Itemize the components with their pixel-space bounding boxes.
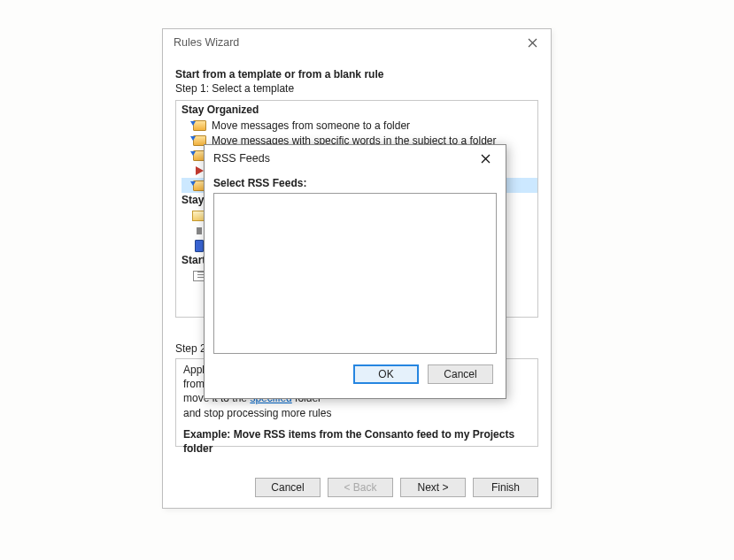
wizard-title: Rules Wizard [174, 36, 239, 49]
back-button: < Back [328, 478, 393, 497]
desc-line: and stop processing more rules [183, 406, 530, 420]
rss-body: Select RSS Feeds: OK Cancel [205, 172, 506, 384]
template-row[interactable]: Move messages from someone to a folder [182, 118, 537, 133]
template-label: Move messages from someone to a folder [212, 119, 410, 132]
close-icon[interactable] [470, 149, 500, 168]
example-text: Example: Move RSS items from the Consant… [183, 427, 530, 456]
ok-button[interactable]: OK [353, 364, 419, 384]
close-icon[interactable] [517, 33, 547, 52]
instruction-heading: Start from a template or from a blank ru… [175, 68, 538, 81]
wizard-titlebar: Rules Wizard [163, 29, 551, 56]
rss-titlebar: RSS Feeds [205, 145, 506, 172]
cancel-button[interactable]: Cancel [428, 364, 493, 384]
move-folder-icon [192, 119, 206, 132]
rss-dialog-title: RSS Feeds [213, 152, 270, 165]
next-button[interactable]: Next > [400, 478, 466, 497]
rss-button-row: OK Cancel [213, 364, 497, 384]
rss-feeds-listbox[interactable] [213, 193, 497, 354]
section-stay-organized: Stay Organized [176, 101, 537, 118]
rss-feeds-dialog: RSS Feeds Select RSS Feeds: OK Cancel [204, 144, 506, 399]
finish-button[interactable]: Finish [473, 478, 538, 497]
rss-select-label: Select RSS Feeds: [213, 177, 497, 189]
step1-label: Step 1: Select a template [175, 82, 538, 95]
cancel-button[interactable]: Cancel [255, 478, 321, 497]
wizard-button-row: Cancel < Back Next > Finish [255, 478, 538, 497]
